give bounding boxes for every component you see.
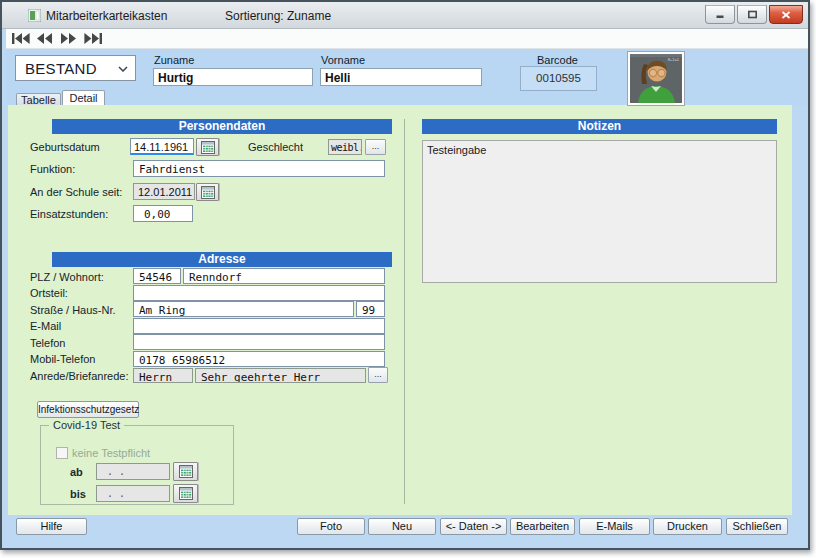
- plz-wohnort-label: PLZ / Wohnort:: [30, 271, 104, 283]
- covid-ab-calendar-button[interactable]: [173, 462, 198, 481]
- infektionsschutzgesetz-button[interactable]: Infektionsschutzgesetz: [37, 401, 139, 418]
- ortsteil-input[interactable]: [133, 285, 385, 301]
- drucken-button[interactable]: Drucken: [653, 518, 722, 535]
- chevron-down-icon: [118, 66, 128, 72]
- keine-testpflicht-label: keine Testpflicht: [72, 447, 150, 459]
- dataset-select-value: BESTAND: [25, 60, 97, 77]
- barcode-label: Barcode: [537, 54, 578, 66]
- mobil-telefon-label: Mobil-Telefon: [30, 353, 95, 365]
- plz-input[interactable]: 54546: [133, 268, 181, 284]
- hausnr-input[interactable]: 99: [356, 301, 385, 317]
- close-button[interactable]: [769, 5, 803, 24]
- covid-bis-label: bis: [70, 488, 86, 500]
- telefon-input[interactable]: [133, 334, 385, 350]
- briefanrede-field: Sehr geehrter Herr: [195, 368, 366, 383]
- app-window: Mitarbeiterkarteikasten Sortierung: Zuna…: [0, 0, 810, 550]
- schule-seit-calendar-button[interactable]: [196, 183, 219, 201]
- emails-button[interactable]: E-Mails: [579, 518, 650, 535]
- anrede-label: Anrede/Briefanrede:: [30, 370, 128, 382]
- tab-detail[interactable]: Detail: [62, 90, 105, 105]
- mobil-telefon-input[interactable]: 0178 65986512: [133, 351, 385, 367]
- wohnort-input[interactable]: Renndorf: [183, 268, 385, 284]
- schule-seit-field: 12.01.2011: [133, 183, 195, 200]
- strasse-label: Straße / Haus-Nr.: [30, 304, 116, 316]
- minimize-button[interactable]: [705, 5, 735, 24]
- notizen-header: Notizen: [422, 119, 777, 134]
- personendaten-header: Personendaten: [52, 119, 392, 134]
- email-input[interactable]: [133, 318, 385, 334]
- telefon-label: Telefon: [30, 337, 65, 349]
- geburtsdatum-calendar-button[interactable]: [196, 138, 219, 156]
- svg-text:8+2=1: 8+2=1: [668, 57, 680, 62]
- first-record-icon[interactable]: [12, 33, 30, 44]
- keine-testpflicht-checkbox[interactable]: [56, 447, 68, 459]
- covid-bis-field: . .: [96, 485, 170, 502]
- barcode-value: 0010595: [520, 66, 597, 91]
- tab-tabelle[interactable]: Tabelle: [16, 93, 61, 105]
- record-nav-toolbar: [6, 29, 808, 49]
- ortsteil-label: Ortsteil:: [30, 287, 68, 299]
- zuname-input[interactable]: Hurtig: [153, 68, 313, 86]
- covid-ab-field: . .: [96, 463, 170, 480]
- daten-button[interactable]: <- Daten ->: [440, 518, 507, 535]
- funktion-input[interactable]: Fahrdienst: [133, 160, 385, 177]
- geschlecht-label: Geschlecht: [248, 141, 303, 153]
- last-record-icon[interactable]: [84, 33, 102, 44]
- employee-photo[interactable]: 8+2=1: [628, 52, 684, 105]
- adresse-header: Adresse: [52, 252, 392, 267]
- covid-bis-calendar-button[interactable]: [173, 484, 198, 503]
- dataset-select[interactable]: BESTAND: [15, 55, 136, 81]
- strasse-input[interactable]: Am Ring: [133, 301, 354, 317]
- panel-divider: [404, 119, 405, 504]
- covid-ab-label: ab: [70, 466, 83, 478]
- window-title: Mitarbeiterkarteikasten: [46, 9, 167, 23]
- neu-button[interactable]: Neu: [368, 518, 436, 535]
- hilfe-button[interactable]: Hilfe: [16, 518, 87, 535]
- vorname-label: Vorname: [321, 54, 365, 66]
- schliessen-button[interactable]: Schließen: [726, 518, 788, 535]
- covid-group-title: Covid-19 Test: [49, 419, 124, 431]
- geschlecht-field: weibl.: [328, 139, 362, 155]
- einsatzstunden-input[interactable]: 0,00: [133, 205, 193, 222]
- email-label: E-Mail: [30, 320, 61, 332]
- einsatzstunden-label: Einsatzstunden:: [30, 208, 108, 220]
- geschlecht-ellipsis-button[interactable]: ...: [365, 139, 386, 155]
- detail-page: Personendaten Geburtsdatum 14.11.1961 Ge…: [8, 105, 792, 515]
- previous-record-icon[interactable]: [36, 33, 54, 44]
- geburtsdatum-input[interactable]: 14.11.1961: [130, 138, 194, 155]
- app-icon: [28, 9, 41, 22]
- bearbeiten-button[interactable]: Bearbeiten: [510, 518, 575, 535]
- vorname-input[interactable]: Helli: [320, 68, 482, 86]
- title-bar[interactable]: Mitarbeiterkarteikasten Sortierung: Zuna…: [2, 2, 808, 29]
- anrede-ellipsis-button[interactable]: ...: [368, 367, 388, 383]
- geburtsdatum-label: Geburtsdatum: [30, 141, 100, 153]
- notizen-textarea[interactable]: Testeingabe: [422, 140, 777, 283]
- anrede-field: Herrn: [133, 368, 193, 383]
- covid-groupbox: Covid-19 Test keine Testpflicht ab . . b…: [40, 425, 234, 505]
- window-subtitle: Sortierung: Zuname: [225, 9, 331, 23]
- zuname-label: Zuname: [154, 54, 194, 66]
- funktion-label: Funktion:: [30, 163, 75, 175]
- schule-seit-label: An der Schule seit:: [30, 186, 122, 198]
- foto-button[interactable]: Foto: [297, 518, 365, 535]
- maximize-button[interactable]: [737, 5, 767, 24]
- next-record-icon[interactable]: [60, 33, 78, 44]
